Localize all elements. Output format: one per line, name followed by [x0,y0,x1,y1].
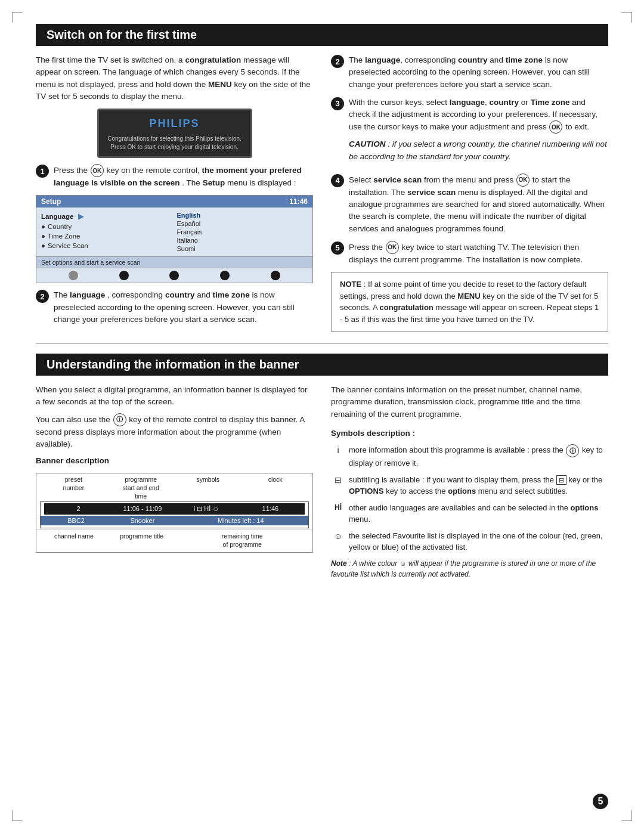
symbol-sub-char: ⊟ [331,474,345,487]
section1-right-col: 2 The language, corresponding country an… [331,54,608,332]
banner-desc-title: Banner description [36,456,109,465]
step-4: 4 Select service scan from the menu and … [331,174,608,235]
ok-button-icon: OK [91,164,104,177]
step-1-content: Press the OK key on the remote control, … [54,164,313,189]
dot-5 [271,271,280,280]
dot-4 [220,271,230,280]
label-prog-title: programme title [108,531,176,549]
lang-italiano: Italiano [177,236,308,244]
note-box-section1: NOTE : If at some point of time you deci… [331,272,608,332]
symbol-smiley-row: ☺ the selected Favourite list is display… [331,530,608,553]
symbol-hi-text: other audio languages are availables and… [349,502,608,525]
lang-francais: Français [177,228,308,236]
section2-para2: You can also use the ⓘ key of the remote… [36,413,313,451]
setup-menu-body: Language ▶ ● Country ● Time Zone [36,208,312,256]
symbol-sub-text: subtitling is available : if you want to… [349,474,608,497]
lang-suomi: Suomi [177,244,308,253]
symbol-smiley-text: the selected Favourite list is displayed… [349,530,608,553]
section1-intro: The first time the TV set is switched on… [36,54,313,103]
banner-cell-preset: 2 [48,505,109,513]
setup-menu-languages: English Español Français Italiano Suomi [177,211,308,253]
dot-3 [169,271,179,280]
step-4-number: 4 [331,174,344,187]
page-number: 5 [593,794,608,809]
symbol-i-char: i [331,444,345,457]
banner-cell-clock: 11:46 [240,505,301,513]
info-icon-sym: ⓘ [566,444,579,457]
symbols-title: Symbols description : [331,429,415,438]
setup-menu-header: Setup 11:46 [36,196,312,208]
section2-title: Understanding the information in the ban… [47,358,299,371]
section2-header: Understanding the information in the ban… [36,354,608,376]
banner-diagram: preset number programme start and end ti… [36,473,313,553]
setup-menu-mockup: Setup 11:46 Language ▶ ● Country [36,195,313,283]
step-1: 1 Press the OK key on the remote control… [36,164,313,189]
label-symbols: symbols [175,476,242,500]
label-channel: channel name [40,531,108,549]
step-5: 5 Press the OK key twice to start watchi… [331,241,608,266]
label-clock: clock [242,476,309,500]
banner-sub-bbc2: BBC2 [44,517,108,524]
step-3-content: With the cursor keys, select language, c… [349,97,608,168]
symbol-hi-row: Hİ other audio languages are availables … [331,502,608,525]
label-remaining: remaining time of programme [176,531,309,549]
menu-item-servicescan: ● Service Scan [41,241,172,250]
philips-logo: PHILIPS [105,117,244,130]
ok-circle-step4: OK [516,174,530,187]
section2-left-col: When you select a digital programme, an … [36,384,313,584]
symbol-hi-char: Hİ [331,502,345,513]
symbol-i-text: more information about this programme is… [349,444,608,469]
lang-english: English [177,211,308,219]
section2-right-col: The banner contains information on the p… [331,384,608,584]
section-divider [36,343,608,344]
symbol-info-row: i more information about this programme … [331,444,608,469]
banner-labels-bottom: channel name programme title remaining t… [36,529,312,552]
banner-sub-row: BBC2 Snooker Minutes left : 14 [41,516,308,525]
step-2-left-content: The language , corresponding country and… [54,289,313,326]
menu-item-country: ● Country [41,222,172,231]
step-2-right-content: The language, corresponding country and … [349,54,608,91]
lang-espanol: Español [177,219,308,228]
menu-item-timezone: ● Time Zone [41,231,172,241]
dot-1 [69,271,78,280]
ok-circle-step5: OK [386,241,399,254]
step-2-right-number: 2 [331,55,344,68]
tv-screen-mockup: PHILIPS Congratulations for selecting th… [97,109,252,158]
step-3: 3 With the cursor keys, select language,… [331,97,608,168]
section1-header: Switch on for the first time [36,24,608,46]
symbol-note: Note : A white colour ☺ will appear if t… [331,558,608,580]
section1-left-col: The first time the TV set is switched on… [36,54,313,332]
banner-cell-symbols: i ⊟ Hİ ☺ [176,505,237,513]
step-3-number: 3 [331,97,344,110]
banner-cell-time: 11:06 - 11:09 [112,505,173,513]
step-2-left-number: 2 [36,290,49,303]
banner-labels-top: preset number programme start and end ti… [36,473,312,500]
banner-sub-snooker: Snooker [110,517,174,524]
section1-title: Switch on for the first time [47,28,197,41]
step-5-content: Press the OK key twice to start watching… [349,241,608,266]
banner-sub-minutes: Minutes left : 14 [177,517,305,524]
step-2-right: 2 The language, corresponding country an… [331,54,608,91]
step-5-number: 5 [331,241,344,255]
banner-data-row-top: 2 11:06 - 11:09 i ⊟ Hİ ☺ 11:46 [44,503,305,515]
info-icon-banner: ⓘ [113,413,126,426]
caution-block: CAUTION : if you select a wrong country,… [349,138,608,163]
ok-circle-step3: OK [549,120,562,134]
tv-screen-text: Congratulations for selecting this Phili… [105,135,244,151]
symbol-sub-row: ⊟ subtitling is available : if you want … [331,474,608,497]
setup-menu-items: Language ▶ ● Country ● Time Zone [41,211,172,253]
section2-para1: When you select a digital programme, an … [36,384,313,408]
setup-menu-dots [36,268,312,283]
symbols-section: Symbols description : i more information… [331,428,608,580]
section2-right-para1: The banner contains information on the p… [331,384,608,420]
label-preset: preset number [40,476,107,500]
symbol-smiley-char: ☺ [331,530,345,543]
menu-item-language: Language ▶ [41,211,172,222]
step-4-content: Select service scan from the menu and pr… [349,174,608,235]
setup-menu-footer: Set options and start a service scan [36,256,312,268]
label-programme-time: programme start and end time [107,476,175,500]
step-2-left: 2 The language , corresponding country a… [36,289,313,326]
step-1-number: 1 [36,165,49,178]
dot-2 [119,271,129,280]
